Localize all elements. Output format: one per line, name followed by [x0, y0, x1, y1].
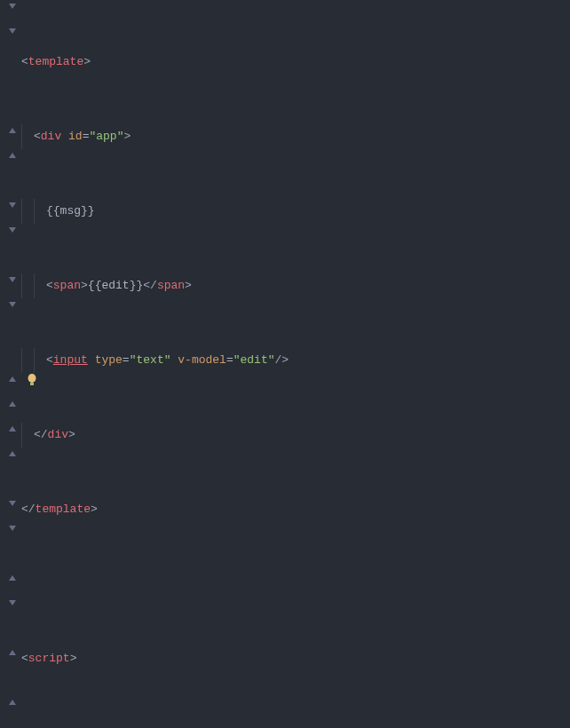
fold-close-icon[interactable]: [9, 401, 18, 410]
svg-point-0: [28, 374, 36, 383]
svg-rect-1: [30, 383, 34, 385]
code-line[interactable]: <template>: [21, 50, 570, 75]
code-line[interactable]: </template>: [21, 497, 570, 522]
code-editor[interactable]: <template> <div id="app"> {{msg}} <span>…: [0, 0, 570, 728]
fold-icon[interactable]: [9, 277, 18, 286]
fold-close-icon[interactable]: [9, 128, 18, 137]
fold-icon[interactable]: [9, 28, 18, 37]
code-line[interactable]: </div>: [21, 423, 570, 447]
fold-icon[interactable]: [9, 202, 18, 211]
lightbulb-icon[interactable]: [27, 374, 39, 386]
fold-icon[interactable]: [9, 227, 18, 236]
code-line[interactable]: <input type="text" v-model="edit"/>: [21, 348, 570, 373]
code-line[interactable]: [21, 572, 570, 597]
fold-close-icon[interactable]: [9, 575, 18, 584]
fold-icon[interactable]: [9, 526, 18, 534]
code-area[interactable]: <template> <div id="app"> {{msg}} <span>…: [20, 0, 570, 728]
code-line[interactable]: <div id="app">: [21, 124, 570, 149]
fold-icon[interactable]: [9, 501, 18, 510]
fold-close-icon[interactable]: [9, 451, 18, 460]
code-line[interactable]: <span>{{edit}}</span>: [21, 273, 570, 298]
fold-close-icon[interactable]: [9, 650, 18, 659]
code-line[interactable]: {{msg}}: [21, 199, 570, 224]
fold-close-icon[interactable]: [9, 153, 18, 162]
fold-icon[interactable]: [9, 4, 18, 12]
fold-gutter: [0, 0, 20, 728]
code-line[interactable]: <script>: [21, 646, 570, 671]
fold-close-icon[interactable]: [9, 376, 18, 385]
fold-icon[interactable]: [9, 302, 18, 311]
fold-icon[interactable]: [9, 600, 18, 609]
fold-close-icon[interactable]: [9, 426, 18, 435]
code-line[interactable]: export default {: [21, 721, 570, 728]
fold-close-icon[interactable]: [9, 700, 18, 708]
